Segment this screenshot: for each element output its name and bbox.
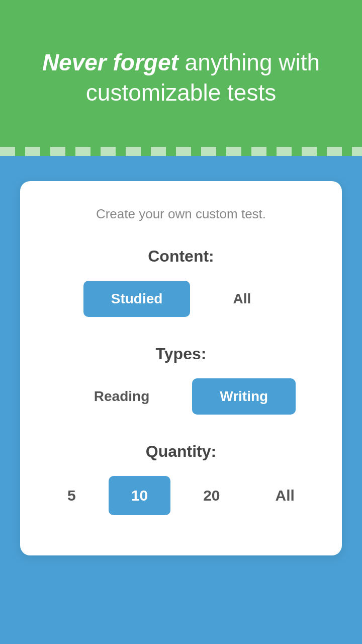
quantity-20-button[interactable]: 20	[180, 476, 242, 515]
content-all-button[interactable]: All	[205, 281, 279, 317]
card-subtitle: Create your own custom test.	[50, 206, 312, 222]
content-button-group: Studied All	[50, 281, 312, 317]
quantity-section-title: Quantity:	[50, 442, 312, 461]
blue-background: Create your own custom test. Content: St…	[0, 156, 362, 644]
custom-test-card: Create your own custom test. Content: St…	[20, 181, 342, 555]
types-button-group: Reading Writing	[50, 378, 312, 415]
types-writing-button[interactable]: Writing	[192, 378, 296, 415]
dashed-divider	[0, 147, 362, 156]
types-section-title: Types:	[50, 345, 312, 363]
content-studied-button[interactable]: Studied	[83, 281, 191, 317]
header-title: Never forget anything with customizable …	[30, 48, 332, 108]
header-bold: Never forget	[42, 49, 178, 75]
quantity-button-group: 5 10 20 All	[50, 476, 312, 515]
types-reading-button[interactable]: Reading	[66, 378, 177, 415]
content-section-title: Content:	[50, 247, 312, 266]
quantity-5-button[interactable]: 5	[45, 476, 99, 515]
quantity-all-button[interactable]: All	[253, 476, 317, 515]
header-section: Never forget anything with customizable …	[0, 0, 362, 156]
quantity-10-button[interactable]: 10	[109, 476, 170, 515]
